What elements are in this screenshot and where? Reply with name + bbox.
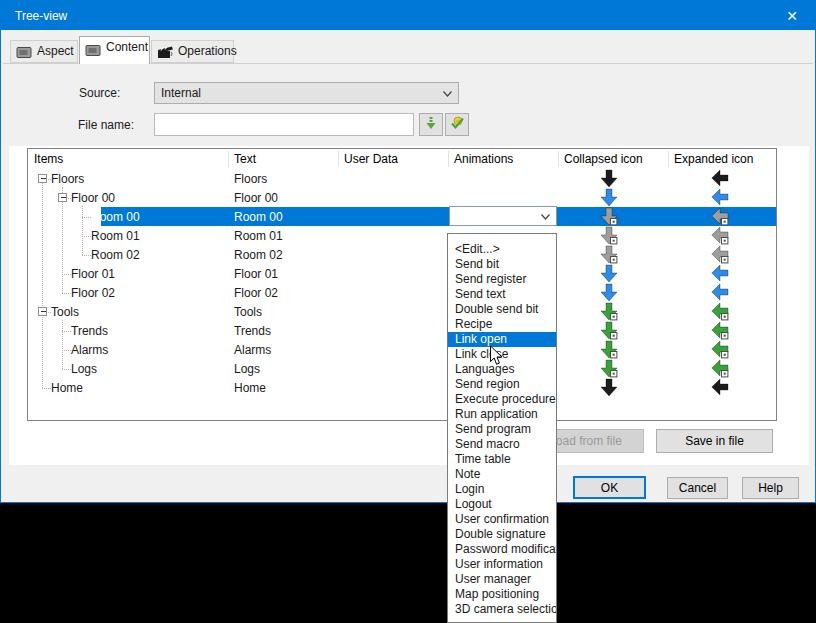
- tab-label: Operations: [178, 44, 237, 58]
- tree-connector: [62, 187, 63, 293]
- dropdown-option[interactable]: <Edit...>: [448, 242, 556, 257]
- item-text-cell[interactable]: Floor 00: [234, 191, 278, 205]
- tree-connector: [62, 369, 71, 370]
- apply-check-icon[interactable]: [445, 113, 469, 136]
- column-separator: [668, 151, 669, 167]
- dropdown-option[interactable]: Password modification: [448, 542, 556, 557]
- tree-item-label[interactable]: Tools: [51, 305, 79, 319]
- item-text-cell[interactable]: Room 01: [234, 229, 283, 243]
- ok-button[interactable]: OK: [573, 476, 646, 499]
- dropdown-option[interactable]: Login: [448, 482, 556, 497]
- item-text-cell[interactable]: Floors: [234, 172, 267, 186]
- tab-content[interactable]: Content: [79, 36, 150, 64]
- close-icon[interactable]: ✕: [783, 7, 801, 25]
- tree-connector: [42, 179, 43, 388]
- tree-item-label[interactable]: Floors: [51, 172, 84, 186]
- help-button[interactable]: Help: [742, 477, 799, 499]
- tree-item-label[interactable]: Trends: [71, 324, 108, 338]
- dropdown-option[interactable]: Execute procedure: [448, 392, 556, 407]
- tree-item-label[interactable]: Floor 00: [71, 191, 115, 205]
- items-table[interactable]: ItemsTextUser DataAnimationsCollapsed ic…: [27, 148, 777, 421]
- tree-connector: [82, 206, 83, 255]
- tree-connector: [82, 236, 91, 237]
- dropdown-option[interactable]: Logout: [448, 497, 556, 512]
- tree-item-label[interactable]: Room 02: [91, 248, 140, 262]
- dropdown-option[interactable]: Time table: [448, 452, 556, 467]
- tree-expand-toggle[interactable]: [38, 174, 47, 183]
- mouse-cursor-icon: [489, 345, 503, 366]
- dropdown-option[interactable]: User confirmation: [448, 512, 556, 527]
- tree-item-label[interactable]: Floor 02: [71, 286, 115, 300]
- dropdown-option[interactable]: Map positioning: [448, 587, 556, 602]
- dropdown-option[interactable]: User information: [448, 557, 556, 572]
- item-text-cell[interactable]: Room 02: [234, 248, 283, 262]
- save-in-file-button[interactable]: Save in file: [656, 429, 773, 453]
- tree-connector: [62, 331, 71, 332]
- item-text-cell[interactable]: Logs: [234, 362, 260, 376]
- item-text-cell[interactable]: Tools: [234, 305, 262, 319]
- dropdown-option[interactable]: Recipe: [448, 317, 556, 332]
- column-header[interactable]: Animations: [454, 152, 513, 166]
- column-header[interactable]: Items: [34, 152, 63, 166]
- item-text-cell[interactable]: Floor 01: [234, 267, 278, 281]
- column-header[interactable]: User Data: [344, 152, 398, 166]
- column-separator: [228, 151, 229, 167]
- item-text-cell[interactable]: Alarms: [234, 343, 271, 357]
- selected-row-highlight: [101, 207, 776, 226]
- dropdown-option[interactable]: 3D camera selection: [448, 602, 556, 617]
- tree-expand-toggle[interactable]: [38, 307, 47, 316]
- item-text-cell[interactable]: Trends: [234, 324, 271, 338]
- dropdown-option[interactable]: Send program: [448, 422, 556, 437]
- dropdown-option[interactable]: User manager: [448, 572, 556, 587]
- tab-operations[interactable]: Operations: [151, 40, 234, 63]
- tree-connector: [42, 388, 51, 389]
- column-header[interactable]: Expanded icon: [674, 152, 753, 166]
- column-separator: [558, 151, 559, 167]
- source-select[interactable]: Internal: [154, 82, 459, 104]
- dropdown-option[interactable]: Send text: [448, 287, 556, 302]
- column-header[interactable]: Text: [234, 152, 256, 166]
- dropdown-option[interactable]: Double send bit: [448, 302, 556, 317]
- file-name-input[interactable]: [154, 113, 414, 136]
- tree-connector: [82, 255, 91, 256]
- dropdown-option[interactable]: Note: [448, 467, 556, 482]
- tree-item-label[interactable]: Home: [51, 381, 83, 395]
- tree-item-label[interactable]: Floor 01: [71, 267, 115, 281]
- collapsed-arrow-icon: [600, 378, 618, 400]
- expanded-arrow-icon: [711, 378, 729, 400]
- dropdown-option[interactable]: Send region: [448, 377, 556, 392]
- column-separator: [338, 151, 339, 167]
- source-label: Source:: [79, 86, 120, 100]
- chevron-down-icon: [443, 91, 452, 97]
- content-panel: ItemsTextUser DataAnimationsCollapsed ic…: [9, 146, 809, 465]
- dropdown-option[interactable]: Double signature: [448, 527, 556, 542]
- window-title: Tree-view: [15, 9, 67, 23]
- tree-connector: [82, 217, 91, 218]
- source-value: Internal: [161, 86, 201, 100]
- dropdown-option[interactable]: Run application: [448, 407, 556, 422]
- chevron-down-icon: [541, 214, 550, 220]
- import-arrow-icon[interactable]: [419, 113, 443, 136]
- item-text-cell[interactable]: Room 00: [234, 210, 283, 224]
- animations-dropdown-list[interactable]: <Edit...>Send bitSend registerSend textD…: [447, 233, 557, 623]
- tree-item-label[interactable]: Alarms: [71, 343, 108, 357]
- tree-expand-toggle[interactable]: [58, 193, 67, 202]
- tab-label: Content: [106, 40, 148, 54]
- file-name-label: File name:: [78, 118, 134, 132]
- item-text-cell[interactable]: Floor 02: [234, 286, 278, 300]
- dropdown-option[interactable]: Send register: [448, 272, 556, 287]
- column-header[interactable]: Collapsed icon: [564, 152, 643, 166]
- tree-item-label[interactable]: Logs: [71, 362, 97, 376]
- tree-connector: [62, 320, 63, 369]
- tab-aspect[interactable]: Aspect: [10, 40, 78, 63]
- dropdown-option[interactable]: Send macro: [448, 437, 556, 452]
- tree-item-label[interactable]: Room 00: [91, 210, 140, 224]
- tree-item-label[interactable]: Room 01: [91, 229, 140, 243]
- item-text-cell[interactable]: Home: [234, 381, 266, 395]
- tree-connector: [62, 350, 71, 351]
- title-bar[interactable]: Tree-view ✕: [1, 1, 815, 30]
- tree-connector: [62, 293, 71, 294]
- cancel-button[interactable]: Cancel: [667, 477, 728, 499]
- animations-combobox[interactable]: [449, 206, 557, 226]
- dropdown-option[interactable]: Send bit: [448, 257, 556, 272]
